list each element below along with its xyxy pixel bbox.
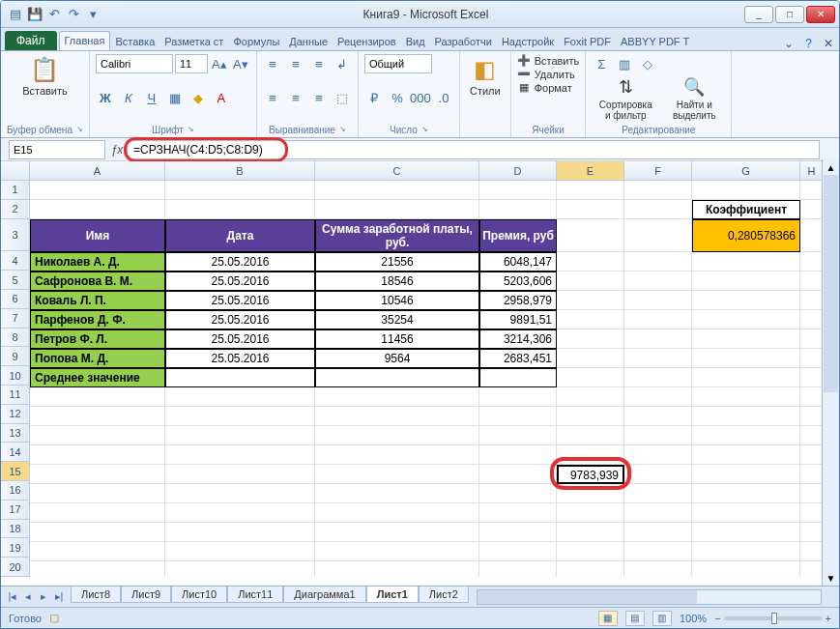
clear-icon[interactable]: ◇: [638, 54, 657, 73]
cell-salary[interactable]: 35254: [315, 310, 479, 329]
sheet-tab[interactable]: Лист8: [71, 586, 121, 603]
qat-dropdown-icon[interactable]: ▾: [84, 6, 101, 23]
cell-name[interactable]: Парфенов Д. Ф.: [30, 310, 165, 329]
cell-date[interactable]: 25.05.2016: [165, 349, 315, 368]
comma-icon[interactable]: 000: [411, 89, 430, 108]
row-header[interactable]: 17: [1, 500, 29, 520]
cell-date[interactable]: 25.05.2016: [165, 272, 315, 291]
cell-salary[interactable]: 18546: [315, 272, 479, 291]
align-bot-icon[interactable]: ≡: [309, 54, 329, 73]
vertical-scrollbar[interactable]: ▲ ▼: [822, 159, 839, 586]
col-header-C[interactable]: C: [315, 161, 479, 180]
align-mid-icon[interactable]: ≡: [286, 54, 305, 73]
alignment-dialog-icon[interactable]: ↘: [339, 125, 346, 135]
hscroll-thumb[interactable]: [478, 590, 697, 604]
merge-icon[interactable]: ⬚: [333, 89, 352, 108]
col-header-H[interactable]: H: [800, 161, 824, 180]
autosum-icon[interactable]: Σ: [592, 54, 611, 73]
number-format-combo[interactable]: Общий: [364, 54, 432, 73]
sheet-tab[interactable]: Лист2: [419, 586, 469, 603]
cells-grid[interactable]: Коэффициент Имя Дата Сумма заработной пл…: [30, 181, 839, 577]
number-dialog-icon[interactable]: ↘: [421, 125, 428, 135]
row-header[interactable]: 10: [1, 366, 29, 386]
cell-name[interactable]: Николаев А. Д.: [30, 252, 165, 272]
align-right-icon[interactable]: ≡: [309, 89, 329, 108]
row-header[interactable]: 16: [1, 481, 29, 500]
header-salary[interactable]: Сумма заработной платы, руб.: [315, 219, 479, 252]
sheet-tab[interactable]: Лист1: [366, 586, 419, 603]
tab-nav-next-icon[interactable]: ▸: [36, 589, 51, 605]
tab-view[interactable]: Вид: [401, 33, 430, 50]
cell-date[interactable]: 25.05.2016: [165, 291, 315, 310]
view-normal-icon[interactable]: ▦: [598, 611, 618, 626]
col-header-F[interactable]: F: [624, 161, 692, 180]
zoom-in-icon[interactable]: +: [826, 613, 831, 624]
cell-bonus[interactable]: 5203,606: [479, 272, 557, 291]
cell-B10[interactable]: [165, 368, 315, 387]
tab-addins[interactable]: Надстройк: [497, 33, 559, 50]
tab-review[interactable]: Рецензиров: [333, 33, 401, 50]
sheet-tab[interactable]: Лист11: [227, 586, 283, 603]
row-header[interactable]: 3: [1, 219, 29, 252]
save-icon[interactable]: 💾: [26, 6, 43, 23]
row-header[interactable]: 1: [1, 181, 29, 200]
name-box[interactable]: E15: [9, 140, 105, 159]
row-header[interactable]: 18: [1, 520, 29, 539]
clipboard-dialog-icon[interactable]: ↘: [76, 125, 83, 135]
col-header-E[interactable]: E: [557, 161, 624, 180]
bold-button[interactable]: Ж: [96, 89, 115, 108]
row-header[interactable]: 11: [1, 386, 29, 405]
cell-A10[interactable]: Среднее значение: [30, 368, 165, 387]
col-header-A[interactable]: A: [30, 161, 165, 180]
paste-button[interactable]: 📋 Вставить: [7, 54, 83, 99]
sheet-tab[interactable]: Лист9: [121, 586, 171, 603]
col-header-G[interactable]: G: [692, 161, 800, 180]
header-bonus[interactable]: Премия, руб: [479, 219, 557, 252]
font-color-icon[interactable]: A: [212, 89, 231, 108]
cell-bonus[interactable]: 2958,979: [479, 291, 557, 310]
macro-record-icon[interactable]: ▢: [49, 612, 59, 624]
shrink-font-icon[interactable]: A▾: [231, 54, 250, 73]
border-icon[interactable]: ▦: [165, 89, 185, 108]
cell-name[interactable]: Петров Ф. Л.: [30, 329, 165, 349]
tab-nav-first-icon[interactable]: |◂: [5, 589, 20, 605]
tab-formulas[interactable]: Формулы: [228, 33, 284, 50]
tab-developer[interactable]: Разработчи: [430, 33, 497, 50]
row-header[interactable]: 19: [1, 538, 29, 558]
styles-button[interactable]: ◧Стили: [466, 54, 505, 99]
tab-home[interactable]: Главная: [59, 31, 111, 50]
percent-icon[interactable]: %: [388, 89, 407, 108]
font-dialog-icon[interactable]: ↘: [188, 125, 194, 135]
wrap-text-icon[interactable]: ↲: [333, 54, 352, 73]
row-header[interactable]: 20: [1, 558, 29, 577]
maximize-button[interactable]: □: [775, 6, 804, 23]
scroll-down-icon[interactable]: ▼: [823, 570, 839, 586]
row-header[interactable]: 4: [1, 251, 29, 271]
zoom-out-icon[interactable]: −: [714, 613, 720, 624]
header-date[interactable]: Дата: [165, 219, 315, 252]
cell-bonus[interactable]: 9891,51: [479, 310, 557, 329]
tab-nav-last-icon[interactable]: ▸|: [51, 589, 67, 605]
cell-salary[interactable]: 10546: [315, 291, 479, 310]
tab-pagelayout[interactable]: Разметка ст: [159, 33, 228, 50]
cell-date[interactable]: 25.05.2016: [165, 310, 315, 329]
currency-icon[interactable]: ₽: [364, 89, 384, 108]
cell-G3[interactable]: 0,280578366: [692, 219, 800, 252]
row-header[interactable]: 15: [1, 462, 29, 481]
row-header[interactable]: 13: [1, 424, 29, 443]
align-top-icon[interactable]: ≡: [263, 54, 282, 73]
find-select-button[interactable]: 🔍Найти и выделить: [663, 74, 725, 123]
row-header[interactable]: 14: [1, 443, 29, 462]
grow-font-icon[interactable]: A▴: [210, 54, 229, 73]
row-header[interactable]: 5: [1, 271, 29, 290]
sort-filter-button[interactable]: ⇅Сортировка и фильтр: [592, 74, 659, 123]
fill-color-icon[interactable]: ◆: [188, 89, 208, 108]
row-header[interactable]: 6: [1, 290, 29, 309]
undo-icon[interactable]: ↶: [45, 6, 63, 23]
underline-button[interactable]: Ч: [142, 89, 161, 108]
align-center-icon[interactable]: ≡: [286, 89, 305, 108]
col-header-B[interactable]: B: [165, 161, 315, 180]
cell-G2[interactable]: Коэффициент: [692, 200, 800, 219]
italic-button[interactable]: К: [119, 89, 138, 108]
tab-insert[interactable]: Вставка: [110, 33, 159, 50]
